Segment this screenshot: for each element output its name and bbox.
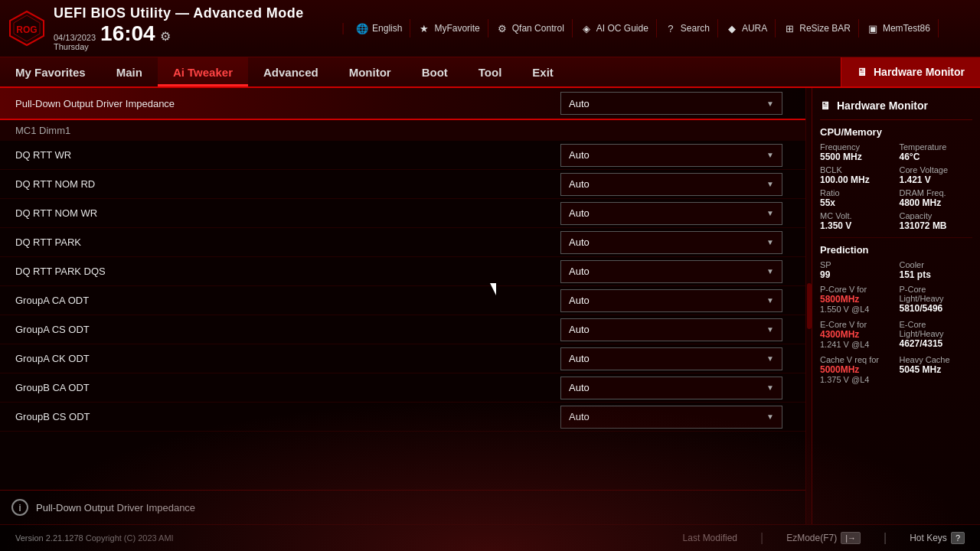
toolbar-english[interactable]: 🌐 English: [348, 19, 410, 37]
row-value: Auto ▼: [560, 144, 790, 167]
datetime: 04/13/2023 Thursday 16:04 ⚙: [54, 21, 304, 51]
header: ROG UEFI BIOS Utility — Advanced Mode 04…: [0, 0, 980, 57]
pcore-lh-value: 5810/5496: [900, 303, 973, 314]
table-row[interactable]: GroupA CS ODT Auto ▼: [0, 315, 805, 344]
toolbar-qfan[interactable]: ⚙ Qfan Control: [488, 19, 573, 37]
pcore-v-value: 1.550 V @L4: [820, 305, 893, 314]
toolbar-aioc[interactable]: ◈ AI OC Guide: [573, 19, 657, 37]
hardware-monitor-tab[interactable]: 🖥 Hardware Monitor: [841, 57, 980, 86]
table-row[interactable]: DQ RTT PARK DQS Auto ▼: [0, 257, 805, 286]
chevron-down-icon: ▼: [766, 180, 774, 188]
table-row[interactable]: GroupB CS ODT Auto ▼: [0, 403, 805, 432]
pcore-freq: 5800MHz: [820, 294, 893, 305]
prediction-grid: SP 99 Cooler 151 pts: [820, 260, 972, 280]
hardware-monitor-panel: 🖥 Hardware Monitor CPU/Memory Frequency …: [812, 88, 980, 524]
row-label: DQ RTT PARK DQS: [15, 266, 560, 277]
ez-mode-label: EzMode(F7): [786, 533, 837, 543]
ai-icon: ◈: [580, 22, 593, 34]
row-label: GroupB CA ODT: [15, 382, 560, 393]
hot-keys-key: ?: [951, 532, 965, 544]
resizebar-icon: ⊞: [783, 22, 795, 34]
row-value: Auto ▼: [560, 347, 790, 370]
row-label: GroupB CS ODT: [15, 411, 560, 422]
nav-exit-label: Exit: [532, 66, 554, 79]
pcore-lh-label: P-Core Light/Heavy: [900, 285, 973, 303]
scrollbar[interactable]: [805, 88, 812, 524]
row-value: Auto ▼: [560, 202, 790, 225]
table-row[interactable]: DQ RTT WR Auto ▼: [0, 141, 805, 170]
dropdown[interactable]: Auto ▼: [560, 377, 782, 399]
nav-my-favorites[interactable]: My Favorites: [0, 57, 101, 86]
chevron-down-icon: ▼: [766, 325, 774, 334]
nav-boot-label: Boot: [422, 66, 448, 79]
row-value: Auto ▼: [560, 173, 790, 196]
nav-advanced-label: Advanced: [263, 66, 318, 79]
nav-monitor[interactable]: Monitor: [334, 57, 407, 86]
sp-label: SP: [820, 260, 893, 269]
toolbar-resizebar[interactable]: ⊞ ReSize BAR: [776, 19, 859, 37]
nav-ai-tweaker-label: Ai Tweaker: [173, 66, 233, 79]
nav-exit[interactable]: Exit: [517, 57, 569, 86]
last-modified-button[interactable]: Last Modified: [683, 533, 737, 543]
dropdown[interactable]: Auto ▼: [560, 289, 782, 312]
dropdown[interactable]: Auto ▼: [560, 173, 782, 196]
top-settings-row[interactable]: Pull-Down Output Driver Impedance Auto ▼: [0, 88, 805, 120]
settings-icon[interactable]: ⚙: [160, 29, 171, 44]
nav-main-label: Main: [116, 66, 142, 79]
row-value: Auto ▼: [560, 318, 790, 341]
dram-freq-value: 4800 MHz: [900, 197, 973, 208]
title-area: UEFI BIOS Utility — Advanced Mode 04/13/…: [54, 5, 304, 51]
scrollbar-thumb[interactable]: [807, 283, 812, 329]
info-icon: i: [11, 499, 28, 516]
chevron-down-icon: ▼: [766, 383, 774, 392]
hot-keys-button[interactable]: Hot Keys ?: [910, 532, 965, 544]
chevron-down-icon: ▼: [766, 412, 774, 421]
dropdown[interactable]: Auto ▼: [560, 406, 782, 429]
chevron-down-icon: ▼: [766, 354, 774, 363]
toolbar-english-label: English: [372, 23, 402, 34]
nav-ai-tweaker[interactable]: Ai Tweaker: [158, 57, 248, 86]
dropdown[interactable]: Auto ▼: [560, 260, 782, 283]
row-label: DQ RTT NOM WR: [15, 207, 560, 219]
toolbar-aura[interactable]: ◆ AURA: [718, 19, 776, 37]
toolbar-search[interactable]: ? Search: [657, 19, 718, 37]
table-row[interactable]: DQ RTT NOM RD Auto ▼: [0, 170, 805, 199]
row-label: DQ RTT NOM RD: [15, 178, 560, 190]
chevron-down-icon: ▼: [766, 296, 774, 305]
chevron-down-icon: ▼: [766, 238, 774, 246]
frequency-value: 5500 MHz: [820, 152, 893, 162]
main-content: Pull-Down Output Driver Impedance Auto ▼…: [0, 88, 805, 524]
row-label: GroupA CA ODT: [15, 295, 560, 306]
settings-list[interactable]: Pull-Down Output Driver Impedance Auto ▼…: [0, 88, 805, 490]
nav-boot[interactable]: Boot: [407, 57, 463, 86]
dropdown[interactable]: Auto ▼: [560, 347, 782, 370]
row-label: GroupA CS ODT: [15, 324, 560, 335]
dropdown[interactable]: Auto ▼: [560, 318, 782, 341]
chevron-down-icon: ▼: [766, 209, 774, 217]
table-row[interactable]: DQ RTT PARK Auto ▼: [0, 228, 805, 257]
top-dropdown[interactable]: Auto ▼: [560, 92, 782, 115]
table-row[interactable]: GroupB CA ODT Auto ▼: [0, 373, 805, 403]
row-value: Auto ▼: [560, 377, 790, 399]
table-row[interactable]: DQ RTT NOM WR Auto ▼: [0, 199, 805, 228]
chevron-down-icon: ▼: [766, 151, 774, 159]
info-bar: i Pull-Down Output Driver Impedance: [0, 490, 805, 524]
nav-main[interactable]: Main: [101, 57, 158, 86]
toolbar-memtest[interactable]: ▣ MemTest86: [859, 19, 939, 37]
nav-advanced[interactable]: Advanced: [248, 57, 334, 86]
nav-tool[interactable]: Tool: [463, 57, 518, 86]
dropdown[interactable]: Auto ▼: [560, 202, 782, 225]
ez-mode-button[interactable]: EzMode(F7) |→: [786, 532, 861, 544]
info-text: Pull-Down Output Driver Impedance: [36, 502, 195, 514]
sp-value: 99: [820, 269, 893, 280]
ecore-freq: 4300MHz: [820, 329, 893, 340]
capacity-value: 131072 MB: [900, 220, 973, 231]
toolbar-myfavorite[interactable]: ★ MyFavorite: [410, 19, 488, 37]
section-header: MC1 Dimm1: [0, 120, 805, 141]
ecore-lh-value: 4627/4315: [900, 338, 973, 349]
table-row[interactable]: GroupA CA ODT Auto ▼: [0, 286, 805, 315]
table-row[interactable]: GroupA CK ODT Auto ▼: [0, 344, 805, 373]
hot-keys-label: Hot Keys: [910, 533, 947, 543]
dropdown[interactable]: Auto ▼: [560, 231, 782, 254]
dropdown[interactable]: Auto ▼: [560, 144, 782, 167]
